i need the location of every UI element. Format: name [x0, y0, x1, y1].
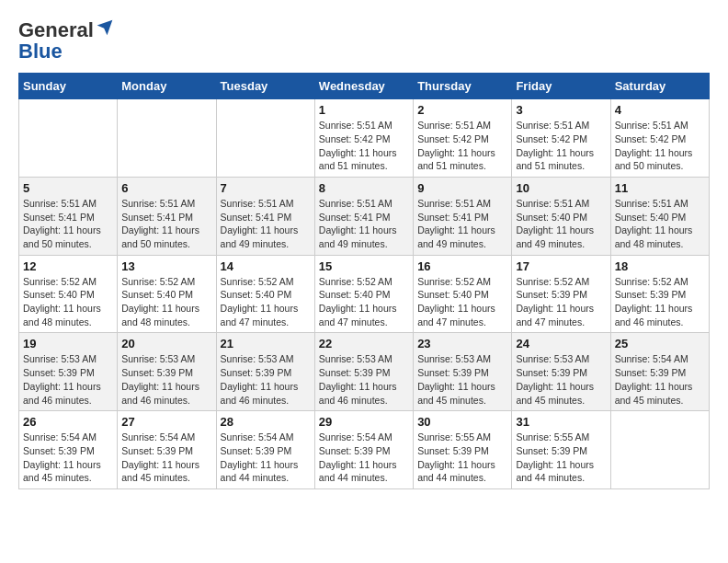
weekday-header-tuesday: Tuesday: [216, 74, 314, 99]
calendar-cell: 18Sunrise: 5:52 AM Sunset: 5:39 PM Dayli…: [610, 255, 709, 333]
calendar-cell: 7Sunrise: 5:51 AM Sunset: 5:41 PM Daylig…: [216, 177, 314, 255]
calendar-cell: 23Sunrise: 5:53 AM Sunset: 5:39 PM Dayli…: [414, 333, 512, 411]
logo-bird-icon: [96, 18, 114, 37]
day-info: Sunrise: 5:52 AM Sunset: 5:40 PM Dayligh…: [319, 275, 409, 329]
calendar-cell: 22Sunrise: 5:53 AM Sunset: 5:39 PM Dayli…: [314, 333, 413, 411]
weekday-header-monday: Monday: [118, 74, 216, 99]
day-info: Sunrise: 5:51 AM Sunset: 5:42 PM Dayligh…: [615, 119, 705, 173]
day-info: Sunrise: 5:51 AM Sunset: 5:40 PM Dayligh…: [516, 197, 606, 251]
day-info: Sunrise: 5:54 AM Sunset: 5:39 PM Dayligh…: [121, 431, 211, 485]
day-number: 28: [221, 415, 311, 429]
logo: General Blue: [18, 18, 114, 63]
day-number: 9: [417, 181, 507, 195]
day-info: Sunrise: 5:53 AM Sunset: 5:39 PM Dayligh…: [417, 352, 507, 407]
calendar-cell: 26Sunrise: 5:54 AM Sunset: 5:39 PM Dayli…: [19, 411, 118, 489]
calendar-cell: 14Sunrise: 5:52 AM Sunset: 5:40 PM Dayli…: [216, 255, 314, 333]
day-number: 12: [23, 259, 113, 273]
day-info: Sunrise: 5:51 AM Sunset: 5:41 PM Dayligh…: [23, 197, 113, 251]
day-number: 30: [417, 415, 507, 429]
day-number: 25: [615, 337, 705, 350]
day-info: Sunrise: 5:52 AM Sunset: 5:40 PM Dayligh…: [121, 275, 211, 329]
day-number: 19: [23, 337, 113, 350]
calendar-cell: [216, 99, 314, 178]
day-number: 13: [121, 259, 211, 273]
week-row-3: 12Sunrise: 5:52 AM Sunset: 5:40 PM Dayli…: [19, 255, 710, 333]
calendar-cell: 10Sunrise: 5:51 AM Sunset: 5:40 PM Dayli…: [512, 177, 610, 255]
day-info: Sunrise: 5:52 AM Sunset: 5:40 PM Dayligh…: [221, 275, 311, 329]
logo-general: General: [18, 18, 94, 41]
week-row-2: 5Sunrise: 5:51 AM Sunset: 5:41 PM Daylig…: [19, 177, 710, 255]
weekday-header-wednesday: Wednesday: [314, 74, 413, 99]
calendar-cell: 11Sunrise: 5:51 AM Sunset: 5:40 PM Dayli…: [610, 177, 709, 255]
day-number: 21: [221, 337, 311, 350]
calendar-cell: 13Sunrise: 5:52 AM Sunset: 5:40 PM Dayli…: [118, 255, 216, 333]
day-info: Sunrise: 5:53 AM Sunset: 5:39 PM Dayligh…: [221, 352, 311, 407]
page-header: General Blue: [18, 18, 710, 63]
calendar-cell: 4Sunrise: 5:51 AM Sunset: 5:42 PM Daylig…: [610, 99, 709, 178]
calendar-cell: 29Sunrise: 5:54 AM Sunset: 5:39 PM Dayli…: [314, 411, 413, 489]
day-number: 2: [417, 103, 507, 117]
calendar-cell: 20Sunrise: 5:53 AM Sunset: 5:39 PM Dayli…: [118, 333, 216, 411]
weekday-header-row: SundayMondayTuesdayWednesdayThursdayFrid…: [19, 74, 710, 99]
day-info: Sunrise: 5:54 AM Sunset: 5:39 PM Dayligh…: [319, 431, 409, 485]
weekday-header-thursday: Thursday: [414, 74, 512, 99]
calendar-cell: 9Sunrise: 5:51 AM Sunset: 5:41 PM Daylig…: [414, 177, 512, 255]
calendar-cell: 30Sunrise: 5:55 AM Sunset: 5:39 PM Dayli…: [414, 411, 512, 489]
day-info: Sunrise: 5:53 AM Sunset: 5:39 PM Dayligh…: [319, 352, 409, 407]
day-info: Sunrise: 5:54 AM Sunset: 5:39 PM Dayligh…: [221, 431, 311, 485]
day-number: 23: [417, 337, 507, 350]
calendar-cell: 24Sunrise: 5:53 AM Sunset: 5:39 PM Dayli…: [512, 333, 610, 411]
day-info: Sunrise: 5:53 AM Sunset: 5:39 PM Dayligh…: [121, 352, 211, 407]
calendar-cell: 6Sunrise: 5:51 AM Sunset: 5:41 PM Daylig…: [118, 177, 216, 255]
calendar-cell: 21Sunrise: 5:53 AM Sunset: 5:39 PM Dayli…: [216, 333, 314, 411]
day-number: 8: [319, 181, 409, 195]
week-row-1: 1Sunrise: 5:51 AM Sunset: 5:42 PM Daylig…: [19, 99, 710, 178]
day-info: Sunrise: 5:52 AM Sunset: 5:40 PM Dayligh…: [417, 275, 507, 329]
day-number: 1: [319, 103, 409, 117]
calendar-cell: [610, 411, 709, 489]
day-info: Sunrise: 5:54 AM Sunset: 5:39 PM Dayligh…: [615, 352, 705, 407]
day-number: 18: [615, 259, 705, 273]
calendar-cell: 31Sunrise: 5:55 AM Sunset: 5:39 PM Dayli…: [512, 411, 610, 489]
day-number: 7: [221, 181, 311, 195]
day-number: 6: [121, 181, 211, 195]
day-info: Sunrise: 5:51 AM Sunset: 5:42 PM Dayligh…: [319, 119, 409, 173]
weekday-header-saturday: Saturday: [610, 74, 709, 99]
calendar-cell: 8Sunrise: 5:51 AM Sunset: 5:41 PM Daylig…: [314, 177, 413, 255]
calendar-cell: [118, 99, 216, 178]
calendar-cell: 19Sunrise: 5:53 AM Sunset: 5:39 PM Dayli…: [19, 333, 118, 411]
week-row-5: 26Sunrise: 5:54 AM Sunset: 5:39 PM Dayli…: [19, 411, 710, 489]
calendar-cell: 28Sunrise: 5:54 AM Sunset: 5:39 PM Dayli…: [216, 411, 314, 489]
calendar-cell: 25Sunrise: 5:54 AM Sunset: 5:39 PM Dayli…: [610, 333, 709, 411]
day-number: 22: [319, 337, 409, 350]
day-number: 31: [516, 415, 606, 429]
day-number: 16: [417, 259, 507, 273]
day-number: 24: [516, 337, 606, 350]
day-info: Sunrise: 5:53 AM Sunset: 5:39 PM Dayligh…: [23, 352, 113, 407]
day-info: Sunrise: 5:51 AM Sunset: 5:41 PM Dayligh…: [221, 197, 311, 251]
day-info: Sunrise: 5:52 AM Sunset: 5:39 PM Dayligh…: [516, 275, 606, 329]
weekday-header-friday: Friday: [512, 74, 610, 99]
calendar-cell: 5Sunrise: 5:51 AM Sunset: 5:41 PM Daylig…: [19, 177, 118, 255]
day-number: 15: [319, 259, 409, 273]
day-number: 10: [516, 181, 606, 195]
week-row-4: 19Sunrise: 5:53 AM Sunset: 5:39 PM Dayli…: [19, 333, 710, 411]
day-info: Sunrise: 5:55 AM Sunset: 5:39 PM Dayligh…: [516, 431, 606, 485]
day-number: 14: [221, 259, 311, 273]
day-number: 29: [319, 415, 409, 429]
day-info: Sunrise: 5:51 AM Sunset: 5:40 PM Dayligh…: [615, 197, 705, 251]
day-number: 3: [516, 103, 606, 117]
day-number: 26: [23, 415, 113, 429]
calendar-cell: 15Sunrise: 5:52 AM Sunset: 5:40 PM Dayli…: [314, 255, 413, 333]
calendar-cell: 27Sunrise: 5:54 AM Sunset: 5:39 PM Dayli…: [118, 411, 216, 489]
day-info: Sunrise: 5:55 AM Sunset: 5:39 PM Dayligh…: [417, 431, 507, 485]
calendar-table: SundayMondayTuesdayWednesdayThursdayFrid…: [18, 73, 710, 489]
calendar-cell: 16Sunrise: 5:52 AM Sunset: 5:40 PM Dayli…: [414, 255, 512, 333]
day-info: Sunrise: 5:51 AM Sunset: 5:42 PM Dayligh…: [516, 119, 606, 173]
day-info: Sunrise: 5:51 AM Sunset: 5:41 PM Dayligh…: [417, 197, 507, 251]
calendar-cell: 2Sunrise: 5:51 AM Sunset: 5:42 PM Daylig…: [414, 99, 512, 178]
day-info: Sunrise: 5:53 AM Sunset: 5:39 PM Dayligh…: [516, 352, 606, 407]
calendar-cell: 1Sunrise: 5:51 AM Sunset: 5:42 PM Daylig…: [314, 99, 413, 178]
day-info: Sunrise: 5:51 AM Sunset: 5:42 PM Dayligh…: [417, 119, 507, 173]
day-info: Sunrise: 5:51 AM Sunset: 5:41 PM Dayligh…: [319, 197, 409, 251]
